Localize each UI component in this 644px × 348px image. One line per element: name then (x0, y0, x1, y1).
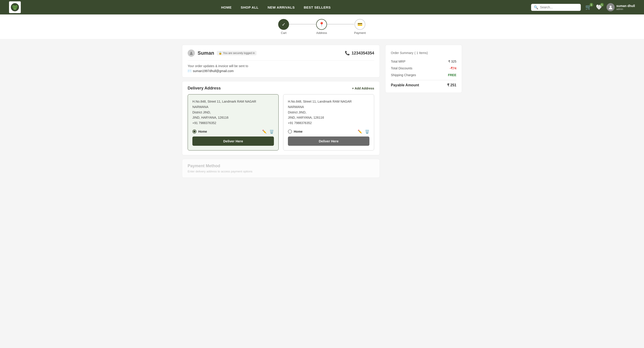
address-type-label-1: Home (198, 130, 207, 133)
user-info-card: Suman 🔒 You are securely logged in 📞 123… (182, 45, 380, 78)
label-total-mrp: Total MRP (391, 60, 406, 63)
search-icon: 🔍 (534, 5, 538, 10)
email-section: Your order updates & invoice will be sen… (188, 60, 374, 73)
step-payment-circle: 💳 (354, 19, 365, 30)
address-type-2: Home (288, 130, 302, 134)
value-total-mrp: ₹ 325 (448, 60, 456, 63)
label-shipping: Shipping Charges (391, 73, 416, 77)
summary-row-shipping: Shipping Charges FREE (391, 73, 456, 77)
search-bar[interactable]: 🔍 (531, 4, 581, 11)
lock-icon: 🔒 (218, 52, 222, 55)
header: HOME SHOP ALL NEW ARRIVALS BEST SELLERS … (0, 0, 644, 15)
wishlist-badge: 1 (600, 3, 604, 7)
addr2-line2: NARWANA (288, 105, 304, 109)
secure-badge: 🔒 You are securely logged in (217, 51, 256, 55)
address-text-1: H.No.848, Street 11, Landmark RAM NAGAR … (192, 99, 274, 126)
address-grid: H.No.848, Street 11, Landmark RAM NAGAR … (188, 94, 374, 151)
addr1-line2: NARWANA (192, 105, 208, 109)
order-summary-sidebar: Order Summary ( 1 Items) Total MRP ₹ 325… (385, 45, 462, 178)
add-address-button[interactable]: + Add Address (352, 87, 374, 90)
main-layout: Suman 🔒 You are securely logged in 📞 123… (164, 39, 480, 183)
label-total-discounts: Total Discounts (391, 67, 412, 70)
addr1-line5: +91 7988376352 (192, 121, 216, 125)
value-shipping: FREE (448, 73, 456, 77)
delivery-address-card: Delivery Address + Add Address H.No.848,… (182, 81, 380, 155)
step-cart-label: Cart (281, 31, 286, 35)
logo-icon (9, 1, 21, 13)
nav-shop-all[interactable]: SHOP ALL (241, 6, 258, 9)
summary-divider (391, 80, 456, 80)
summary-items-count: ( 1 Items) (414, 51, 428, 55)
user-top-row: Suman 🔒 You are securely logged in 📞 123… (188, 50, 374, 57)
payable-amount: ₹ 251 (447, 83, 456, 87)
address-footer-2: Home ✏️ 🗑️ (288, 130, 370, 134)
delete-address-2-icon[interactable]: 🗑️ (365, 130, 370, 134)
nav-home[interactable]: HOME (221, 6, 232, 9)
delete-address-1-icon[interactable]: 🗑️ (270, 130, 274, 134)
main-content: Suman 🔒 You are securely logged in 📞 123… (182, 45, 380, 178)
addr2-line1: H.No.848, Street 11, Landmark RAM NAGAR (288, 100, 352, 103)
payment-method-card: Payment Method Enter delivery address to… (182, 159, 380, 178)
payment-hint: Enter delivery address to access payment… (188, 170, 374, 173)
connector-1 (289, 24, 316, 25)
step-payment: 💳 Payment (354, 19, 366, 35)
edit-address-1-icon[interactable]: ✏️ (262, 130, 267, 134)
address-actions-2: ✏️ 🗑️ (358, 130, 370, 134)
search-input[interactable] (540, 6, 578, 9)
address-footer-1: Home ✏️ 🗑️ (192, 130, 274, 134)
summary-row-discounts: Total Discounts -₹74 (391, 67, 456, 70)
addr1-line4: JIND, HARYANA, 126116 (192, 116, 228, 119)
step-cart-circle: ✓ (278, 19, 289, 30)
step-address: 📍 Address (316, 19, 327, 35)
value-total-discounts: -₹74 (450, 67, 456, 70)
payment-title: Payment Method (188, 164, 374, 168)
phone-display: 📞 1234354354 (345, 51, 374, 56)
avatar (606, 3, 615, 11)
wishlist-button[interactable]: 🤍 1 (596, 4, 602, 10)
nav-new-arrivals[interactable]: NEW ARRIVALS (268, 6, 295, 9)
address-actions-1: ✏️ 🗑️ (262, 130, 274, 134)
step-payment-label: Payment (354, 31, 366, 35)
main-nav: HOME SHOP ALL NEW ARRIVALS BEST SELLERS (221, 6, 331, 9)
addr1-line3: District JIND, (192, 111, 211, 114)
radio-unselected-2[interactable] (288, 130, 292, 134)
radio-selected-1[interactable] (192, 130, 196, 134)
logo[interactable] (9, 1, 21, 13)
delivery-header: Delivery Address + Add Address (188, 86, 374, 91)
address-card-2: H.No.848, Street 11, Landmark RAM NAGAR … (283, 94, 374, 151)
summary-row-mrp: Total MRP ₹ 325 (391, 60, 456, 63)
addr1-line1: H.No.848, Street 11, Landmark RAM NAGAR (192, 100, 256, 103)
addr2-line5: +91 7988376352 (288, 121, 312, 125)
user-name: suman dhull (616, 4, 635, 8)
deliver-here-button-1[interactable]: Deliver Here (192, 137, 274, 146)
deliver-here-button-2[interactable]: Deliver Here (288, 137, 370, 146)
step-cart: ✓ Cart (278, 19, 289, 35)
user-display-name: Suman (198, 50, 214, 56)
user-menu[interactable]: suman dhull admin (606, 3, 635, 11)
email-icon: ✉️ (188, 69, 192, 73)
phone-number: 1234354354 (352, 51, 374, 56)
svg-point-4 (610, 6, 612, 8)
step-address-label: Address (316, 31, 327, 35)
address-text-2: H.No.848, Street 11, Landmark RAM NAGAR … (288, 99, 370, 126)
svg-point-5 (190, 52, 192, 53)
address-type-1: Home (192, 130, 207, 134)
summary-title: Order Summary ( 1 Items) (391, 50, 456, 55)
email-heading: Your order updates & invoice will be sen… (188, 64, 374, 68)
user-info-text: suman dhull admin (616, 4, 635, 11)
connector-2 (327, 24, 354, 25)
addr2-line4: JIND, HARYANA, 126116 (288, 116, 324, 119)
summary-card: Order Summary ( 1 Items) Total MRP ₹ 325… (385, 45, 462, 93)
nav-best-sellers[interactable]: BEST SELLERS (304, 6, 330, 9)
header-right: 🔍 🛒 1 🤍 1 suman dhull admin (531, 3, 635, 11)
user-role: admin (616, 8, 635, 11)
summary-total: Payable Amount ₹ 251 (391, 83, 456, 87)
cart-badge: 1 (590, 3, 593, 7)
radio-inner-1 (193, 130, 196, 133)
email-address: suman1997dhull@gmail.com (193, 69, 234, 73)
address-type-label-2: Home (294, 130, 302, 133)
address-card-1: H.No.848, Street 11, Landmark RAM NAGAR … (188, 94, 279, 151)
edit-address-2-icon[interactable]: ✏️ (358, 130, 362, 134)
step-address-circle: 📍 (316, 19, 327, 30)
cart-button[interactable]: 🛒 1 (585, 4, 592, 10)
